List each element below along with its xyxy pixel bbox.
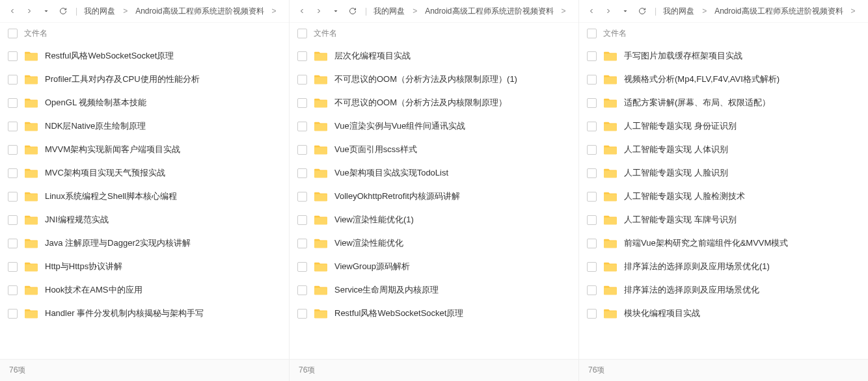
row-checkbox[interactable] xyxy=(297,309,307,319)
row-checkbox[interactable] xyxy=(587,122,597,131)
row-checkbox[interactable] xyxy=(587,75,597,85)
row-checkbox[interactable] xyxy=(297,51,307,61)
file-row[interactable]: Vue架构项目实战实现TodoList xyxy=(290,161,578,185)
row-checkbox[interactable] xyxy=(587,98,597,108)
file-row[interactable]: Restful风格WebSocketSocket原理 xyxy=(0,44,289,68)
file-row[interactable]: Restful风格WebSocketSocket原理 xyxy=(290,302,578,325)
row-checkbox[interactable] xyxy=(8,262,18,272)
toolbar: |我的网盘>Android高级工程师系统进阶视频资料> xyxy=(0,0,289,23)
row-checkbox[interactable] xyxy=(587,192,597,202)
file-row[interactable]: Linux系统编程之Shell脚本核心编程 xyxy=(0,185,289,208)
row-checkbox[interactable] xyxy=(8,51,18,61)
breadcrumb-current[interactable]: Android高级工程师系统进阶视频资料 xyxy=(135,6,264,17)
nav-forward-button[interactable] xyxy=(313,5,325,17)
nav-refresh-button[interactable] xyxy=(57,5,69,17)
breadcrumb-current[interactable]: Android高级工程师系统进阶视频资料 xyxy=(714,6,843,17)
row-checkbox[interactable] xyxy=(8,98,18,108)
select-all-checkbox[interactable] xyxy=(587,29,597,38)
file-row[interactable]: 模块化编程项目实战 xyxy=(579,302,868,325)
row-checkbox[interactable] xyxy=(297,145,307,155)
file-name-label: Vue架构项目实战实现TodoList xyxy=(334,167,448,179)
file-row[interactable]: VolleyOkhttpRetrofit内核源码讲解 xyxy=(290,185,578,208)
select-all-checkbox[interactable] xyxy=(297,29,307,38)
file-row[interactable]: 层次化编程项目实战 xyxy=(290,44,578,68)
breadcrumb-root[interactable]: 我的网盘 xyxy=(373,6,405,17)
nav-forward-button[interactable] xyxy=(23,5,35,17)
row-checkbox[interactable] xyxy=(297,168,307,178)
row-checkbox[interactable] xyxy=(8,122,18,131)
breadcrumb-root[interactable]: 我的网盘 xyxy=(663,6,694,17)
file-row[interactable]: 视频格式分析(Mp4,FLV,F4V,AVI格式解析) xyxy=(579,68,868,91)
file-row[interactable]: MVC架构项目实现天气预报实战 xyxy=(0,161,289,185)
row-checkbox[interactable] xyxy=(8,309,18,319)
nav-back-button[interactable] xyxy=(586,5,597,17)
file-row[interactable]: 人工智能专题实现 人体识别 xyxy=(579,138,868,161)
breadcrumb-current[interactable]: Android高级工程师系统进阶视频资料 xyxy=(425,6,553,17)
row-checkbox[interactable] xyxy=(587,309,597,319)
row-checkbox[interactable] xyxy=(8,145,18,155)
row-checkbox[interactable] xyxy=(297,98,307,108)
file-row[interactable]: View渲染性能优化(1) xyxy=(290,208,578,231)
nav-back-button[interactable] xyxy=(7,5,18,17)
row-checkbox[interactable] xyxy=(587,215,597,225)
file-row[interactable]: 人工智能专题实现 车牌号识别 xyxy=(579,208,868,231)
row-checkbox[interactable] xyxy=(297,192,307,202)
file-row[interactable]: 人工智能专题实现 人脸识别 xyxy=(579,161,868,185)
file-row[interactable]: Hook技术在AMS中的应用 xyxy=(0,278,289,302)
file-name-label: Profiler工具对内存及CPU使用的性能分析 xyxy=(45,73,200,85)
file-row[interactable]: ViewGroup源码解析 xyxy=(290,255,578,278)
row-checkbox[interactable] xyxy=(587,262,597,272)
row-checkbox[interactable] xyxy=(8,239,18,248)
row-checkbox[interactable] xyxy=(587,285,597,295)
nav-refresh-button[interactable] xyxy=(347,5,359,17)
row-checkbox[interactable] xyxy=(297,239,307,248)
file-row[interactable]: 不可思议的OOM（分析方法及内核限制原理） xyxy=(290,91,578,114)
breadcrumb-separator: > xyxy=(123,7,128,16)
file-row[interactable]: OpenGL 视频绘制基本技能 xyxy=(0,91,289,114)
file-row[interactable]: NDK层Native原生绘制原理 xyxy=(0,114,289,138)
nav-refresh-button[interactable] xyxy=(636,5,648,17)
file-row[interactable]: Handler 事件分发机制内核揭秘与架构手写 xyxy=(0,302,289,325)
row-checkbox[interactable] xyxy=(8,192,18,202)
file-row[interactable]: View渲染性能优化 xyxy=(290,231,578,255)
row-checkbox[interactable] xyxy=(8,168,18,178)
file-row[interactable]: 排序算法的选择原则及应用场景优化(1) xyxy=(579,255,868,278)
file-row[interactable]: Http与Https协议讲解 xyxy=(0,255,289,278)
row-checkbox[interactable] xyxy=(587,168,597,178)
file-row[interactable]: 人工智能专题实现 身份证识别 xyxy=(579,114,868,138)
file-row[interactable]: Vue渲染实例与Vue组件间通讯实战 xyxy=(290,114,578,138)
file-row[interactable]: 人工智能专题实现 人脸检测技术 xyxy=(579,185,868,208)
file-row[interactable]: 手写图片加载缓存框架项目实战 xyxy=(579,44,868,68)
row-checkbox[interactable] xyxy=(8,215,18,225)
nav-dropdown-button[interactable] xyxy=(40,5,52,17)
file-row[interactable]: JNI编程规范实战 xyxy=(0,208,289,231)
file-row[interactable]: Java 注解原理与Dagger2实现内核讲解 xyxy=(0,231,289,255)
file-row[interactable]: Profiler工具对内存及CPU使用的性能分析 xyxy=(0,68,289,91)
file-row[interactable]: 不可思议的OOM（分析方法及内核限制原理）(1) xyxy=(290,68,578,91)
file-row[interactable]: MVVM架构实现新闻客户端项目实战 xyxy=(0,138,289,161)
file-row[interactable]: 排序算法的选择原则及应用场景优化 xyxy=(579,278,868,302)
select-all-checkbox[interactable] xyxy=(8,29,18,38)
nav-back-button[interactable] xyxy=(296,5,308,17)
row-checkbox[interactable] xyxy=(297,285,307,295)
breadcrumb-root[interactable]: 我的网盘 xyxy=(84,6,115,17)
nav-forward-button[interactable] xyxy=(603,5,614,17)
row-checkbox[interactable] xyxy=(587,239,597,248)
file-row[interactable]: 适配方案讲解(屏幕、布局、权限适配） xyxy=(579,91,868,114)
row-checkbox[interactable] xyxy=(297,75,307,85)
row-checkbox[interactable] xyxy=(587,51,597,61)
folder-icon xyxy=(603,308,617,319)
row-checkbox[interactable] xyxy=(8,75,18,85)
row-checkbox[interactable] xyxy=(587,145,597,155)
file-name-label: 层次化编程项目实战 xyxy=(334,50,411,62)
row-checkbox[interactable] xyxy=(297,122,307,131)
row-checkbox[interactable] xyxy=(297,262,307,272)
file-row[interactable]: Vue页面引用scss样式 xyxy=(290,138,578,161)
nav-dropdown-button[interactable] xyxy=(330,5,342,17)
row-checkbox[interactable] xyxy=(8,285,18,295)
file-row[interactable]: 前端Vue架构研究之前端组件化&MVVM模式 xyxy=(579,231,868,255)
file-row[interactable]: Service生命周期及内核原理 xyxy=(290,278,578,302)
nav-dropdown-button[interactable] xyxy=(619,5,631,17)
file-name-label: Java 注解原理与Dagger2实现内核讲解 xyxy=(45,237,191,249)
row-checkbox[interactable] xyxy=(297,215,307,225)
